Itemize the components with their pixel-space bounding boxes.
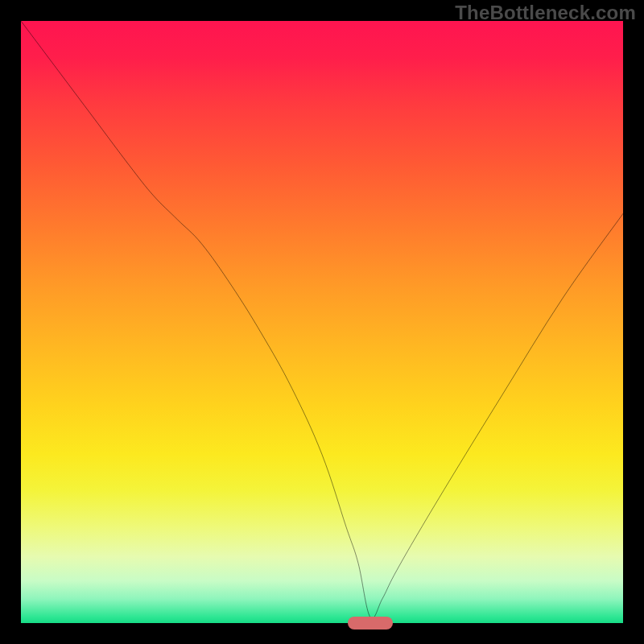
chart-frame: TheBottleneck.com	[0, 0, 644, 644]
watermark-text: TheBottleneck.com	[455, 2, 636, 24]
optimal-marker	[348, 617, 393, 630]
plot-area	[21, 21, 623, 623]
bottleneck-curve	[21, 21, 623, 623]
